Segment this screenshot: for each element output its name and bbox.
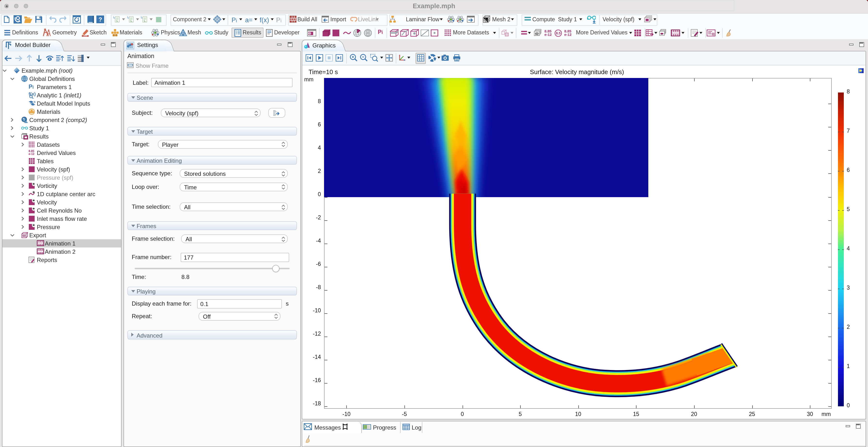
svg-text:81: 81 [535,32,538,36]
svg-text:?: ? [99,16,102,23]
svg-text:8.5: 8.5 [556,31,561,35]
svg-text:2: 2 [23,118,25,122]
